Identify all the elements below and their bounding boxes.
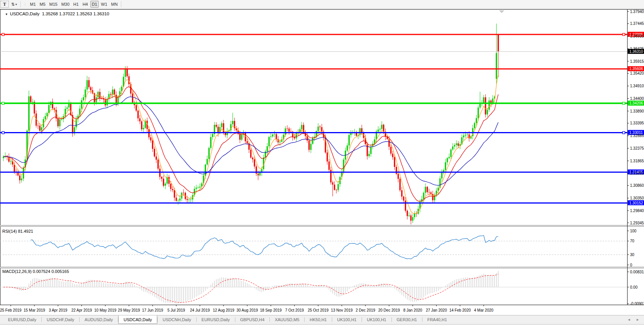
date-axis-label: 27 Jan 2020 [426,308,447,312]
candle-up [310,144,311,150]
date-axis-label: 15 Mar 2019 [24,308,46,312]
candle-up [259,173,261,175]
line-handle[interactable] [623,33,625,36]
candle-down [392,154,393,157]
timeframe-button-w1[interactable]: W1 [99,1,109,8]
candle-up [349,135,350,145]
tab-scroll-right-icon[interactable]: ► [636,318,639,322]
price-axis-label: 1.31865 [630,159,644,163]
candle-down [334,185,335,190]
chart-tab-uk100-h1[interactable]: UK100,H1 [332,315,362,324]
chart-tab-usdcad-daily[interactable]: USDCAD,Daily [118,315,157,324]
price-tag-label: 1.34206 [629,101,644,105]
macd-axis-label: 0.008315 [630,270,644,274]
chart-tab-bar: EURUSD,DailyUSDCHF,DailyAUDUSD,DailyUSDC… [0,315,644,324]
timeframe-button-m30[interactable]: M30 [60,1,71,8]
chart-tab-ger30-h1[interactable]: GER30,H1 [392,315,422,324]
toolbar-divider [20,1,21,7]
timeframe-button-h1[interactable]: H1 [72,1,80,8]
candle-down [216,125,217,127]
candle-down [367,144,368,156]
chart-tab-usdcnh-daily[interactable]: USDCNH,Daily [158,315,196,324]
chart-canvas[interactable]: 1.370051.356061.342061.330111.314051.301… [0,0,644,325]
candle-down [183,193,184,193]
arrows-icon-glyph: ⇅ [11,2,15,7]
line-handle[interactable] [2,102,4,105]
tab-scroll-controls: ◄ ► [623,315,644,324]
line-handle[interactable] [623,132,625,134]
candle-up [296,132,297,138]
chart-tab-usdchf-daily[interactable]: USDCHF,Daily [42,315,79,324]
candle-up [467,134,468,135]
text-tool-button[interactable]: T [0,1,9,8]
candle-down [17,172,18,175]
chart-tab-eurusd-daily[interactable]: EURUSD,Daily [3,315,41,324]
candle-up [143,128,144,129]
candle-down [250,150,251,158]
candle-down [186,199,187,200]
candle-up [81,100,82,109]
candle-down [128,76,129,84]
candle-down [110,94,111,95]
candle-down [37,126,39,126]
candle-up [207,159,208,165]
chart-tab-gbpusd-h4[interactable]: GBPUSD,H4 [235,315,270,324]
candle-down [336,190,337,190]
timeframe-button-m1[interactable]: M1 [28,1,37,8]
timeframe-button-h4[interactable]: H4 [81,1,90,8]
date-axis-label: 5 Jul 2019 [168,308,186,312]
price-axis-label: 1.35420 [630,71,644,75]
candle-up [178,201,179,201]
candle-down [401,190,402,197]
candle-up [86,80,88,89]
candle-down [277,139,279,142]
candle-up [474,123,475,128]
candle-up [381,125,382,129]
timeframe-button-m15[interactable]: M15 [48,1,59,8]
candle-up [279,142,280,142]
candle-down [432,194,433,200]
candle-down [99,92,100,98]
timeframe-button-d1[interactable]: D1 [90,1,99,8]
line-handle[interactable] [2,132,4,134]
line-handle[interactable] [2,33,4,36]
line-handle[interactable] [623,102,625,105]
chart-tab-hk50-h1[interactable]: HK50,H1 [305,315,332,324]
date-axis-label: 29 May 2019 [118,308,140,312]
timeframe-button-mn[interactable]: MN [109,1,119,8]
chart-tab-uk100-h1[interactable]: UK100,H1 [362,315,391,324]
price-axis-label: 1.30350 [630,196,644,200]
candle-down [319,127,320,127]
date-axis-label: 8 Jan 2020 [403,308,422,312]
candle-up [67,108,68,109]
candle-up [125,69,126,77]
price-axis-label: 1.32885 [630,134,644,138]
candle-up [272,134,273,136]
candle-down [116,95,117,103]
candle-up [487,110,488,114]
candle-up [197,188,199,188]
timeframe-button-m5[interactable]: M5 [38,1,47,8]
price-axis-label: 1.31355 [630,171,644,175]
tab-scroll-left-icon[interactable]: ◄ [627,318,631,322]
candle-up [96,97,97,102]
arrows-icon[interactable]: ⇅ ▾ [10,1,18,8]
chart-tab-audusd-daily[interactable]: AUDUSD,Daily [80,315,118,324]
chart-tab-xauusd-m5[interactable]: XAUUSD,M5 [270,315,304,324]
candle-up [496,53,497,79]
candle-up [456,144,457,145]
candle-down [163,179,164,186]
chart-tab-fra40-h1[interactable]: FRA40,H1 [422,315,452,324]
candle-up [285,128,286,134]
chart-tab-eurusd-daily[interactable]: EURUSD,Daily [197,315,235,324]
date-axis-label: 10 May 2019 [94,308,116,312]
candle-down [152,140,153,149]
candle-down [332,182,333,185]
candle-down [132,93,133,102]
chart-expand-icon[interactable]: ▼ [5,13,8,16]
candle-down [276,134,277,139]
terminal-window: 1.370051.356061.342061.330111.314051.301… [0,0,644,325]
rsi-axis-label: 100 [630,229,637,233]
date-axis-label: 12 Aug 2019 [213,308,235,312]
candle-down [258,174,259,175]
